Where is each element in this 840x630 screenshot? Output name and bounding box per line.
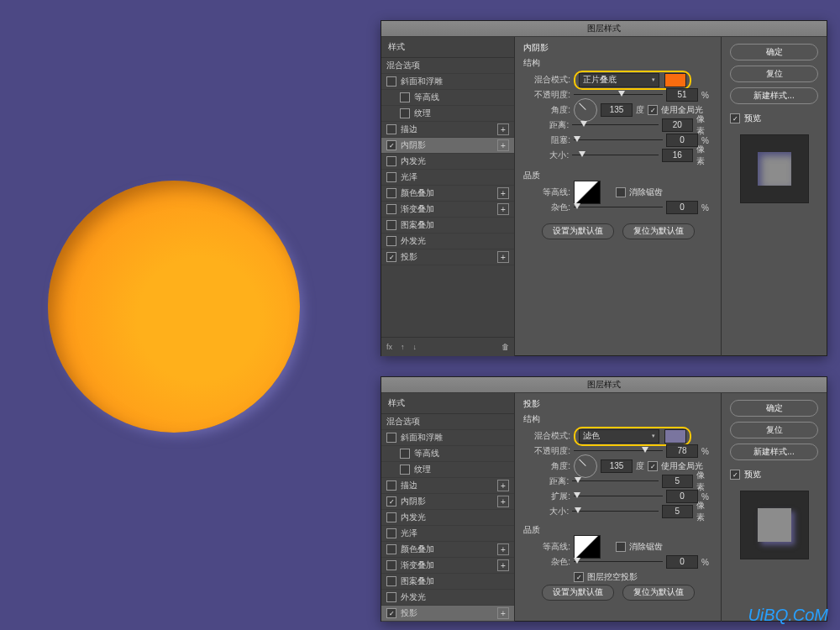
arrow-down-icon[interactable]: ↓ [413,343,417,351]
choke-slider[interactable] [574,136,663,144]
style-row-texture[interactable]: 纹理 [381,462,514,478]
add-icon[interactable]: + [497,251,509,263]
color-swatch[interactable] [664,73,686,87]
noise-slider[interactable] [574,558,663,566]
size-value[interactable]: 5 [662,505,693,518]
distance-slider[interactable] [572,477,659,486]
angle-value[interactable]: 135 [601,103,633,117]
contour-picker[interactable] [574,181,601,204]
set-default-button[interactable]: 设置为默认值 [542,585,614,601]
chevron-down-icon: ▾ [652,74,655,86]
blending-options-row[interactable]: 混合选项 [381,58,514,74]
ok-button[interactable]: 确定 [730,400,818,417]
preview-checkbox[interactable]: ✓ [730,113,740,123]
noise-value[interactable]: 0 [666,201,698,214]
cancel-button[interactable]: 复位 [730,422,818,438]
trash-icon[interactable]: 🗑 [501,343,509,351]
opacity-value[interactable]: 51 [666,88,698,102]
style-row-bevel[interactable]: 斜面和浮雕 [381,430,514,446]
style-row-drop-shadow[interactable]: ✓投影+ [381,249,514,265]
add-icon[interactable]: + [497,543,509,555]
style-row-outer-glow[interactable]: 外发光 [381,234,514,249]
noise-value[interactable]: 0 [666,555,698,569]
label-knockout: 图层挖空投影 [587,571,638,583]
style-row-stroke[interactable]: 描边+ [381,122,514,138]
new-style-button[interactable]: 新建样式... [730,87,818,104]
global-light-checkbox[interactable]: ✓ [648,461,658,471]
watermark: UiBQ.CoM [748,606,828,625]
reset-default-button[interactable]: 复位为默认值 [622,585,695,601]
style-row-satin[interactable]: 光泽 [381,170,514,186]
style-row-inner-glow[interactable]: 内发光 [381,510,514,526]
style-row-inner-shadow[interactable]: ✓内阴影+ [381,138,514,154]
antialias-checkbox[interactable] [616,542,626,552]
add-icon[interactable]: + [497,559,509,571]
preview-thumb [740,134,809,203]
add-icon[interactable]: + [497,480,509,491]
angle-value[interactable]: 135 [601,459,633,473]
styles-list: 样式 混合选项 斜面和浮雕 等高线 纹理 描边+ ✓内阴影+ 内发光 光泽 颜色… [381,37,515,356]
opacity-value[interactable]: 78 [666,444,698,458]
style-row-color-overlay[interactable]: 颜色叠加+ [381,186,514,202]
blend-mode-select[interactable]: 滤色▾ [579,429,659,444]
panel-title: 投影 [523,398,712,410]
style-row-outer-glow[interactable]: 外发光 [381,590,514,606]
add-icon[interactable]: + [497,123,509,135]
reset-default-button[interactable]: 复位为默认值 [622,223,695,239]
size-value[interactable]: 16 [662,149,693,162]
fx-menu[interactable]: fx [386,343,392,351]
distance-slider[interactable] [572,121,659,129]
new-style-button[interactable]: 新建样式... [730,444,818,460]
style-row-contour[interactable]: 等高线 [381,446,514,462]
style-row-bevel[interactable]: 斜面和浮雕 [381,74,514,90]
choke-value[interactable]: 0 [666,134,698,147]
style-row-satin[interactable]: 光泽 [381,526,514,542]
style-row-contour[interactable]: 等高线 [381,90,514,106]
angle-dial[interactable] [574,98,597,122]
spread-slider[interactable] [574,492,663,501]
blending-options-row[interactable]: 混合选项 [381,414,514,430]
distance-value[interactable]: 5 [662,475,693,488]
group-structure: 结构 [523,57,712,69]
label-noise: 杂色: [523,556,570,568]
style-row-inner-glow[interactable]: 内发光 [381,154,514,170]
style-row-gradient-overlay[interactable]: 渐变叠加+ [381,558,514,574]
style-row-inner-shadow[interactable]: ✓内阴影+ [381,494,514,510]
knockout-checkbox[interactable]: ✓ [574,572,584,582]
styles-list: 样式 混合选项 斜面和浮雕 等高线 纹理 描边+ ✓内阴影+ 内发光 光泽 颜色… [381,393,515,622]
antialias-checkbox[interactable] [616,187,626,197]
noise-slider[interactable] [574,203,663,212]
size-slider[interactable] [572,507,659,516]
preview-checkbox[interactable]: ✓ [730,470,740,480]
dialog-title[interactable]: 图层样式 [381,21,827,37]
style-row-drop-shadow[interactable]: ✓投影+ [381,606,514,622]
arrow-up-icon[interactable]: ↑ [401,343,405,351]
label-preview: 预览 [744,469,761,480]
blend-mode-select[interactable]: 正片叠底▾ [579,73,659,87]
contour-picker[interactable] [574,535,601,559]
style-row-pattern-overlay[interactable]: 图案叠加 [381,574,514,590]
add-icon[interactable]: + [497,607,509,619]
angle-dial[interactable] [574,454,597,478]
size-slider[interactable] [572,151,659,160]
global-light-checkbox[interactable]: ✓ [648,105,658,115]
style-row-stroke[interactable]: 描边+ [381,478,514,494]
distance-value[interactable]: 20 [662,118,693,132]
spread-value[interactable]: 0 [666,490,698,503]
label-blend-mode: 混合模式: [523,430,570,442]
cancel-button[interactable]: 复位 [730,66,818,82]
label-size: 大小: [523,506,569,517]
style-row-color-overlay[interactable]: 颜色叠加+ [381,542,514,558]
group-quality: 品质 [523,524,712,536]
add-icon[interactable]: + [497,187,509,199]
style-row-pattern-overlay[interactable]: 图案叠加 [381,218,514,234]
style-row-texture[interactable]: 纹理 [381,106,514,122]
set-default-button[interactable]: 设置为默认值 [542,223,614,239]
ok-button[interactable]: 确定 [730,44,818,60]
add-icon[interactable]: + [497,496,509,507]
dialog-title[interactable]: 图层样式 [381,377,827,393]
add-icon[interactable]: + [497,203,509,215]
color-swatch[interactable] [664,429,686,444]
add-icon[interactable]: + [497,139,509,151]
style-row-gradient-overlay[interactable]: 渐变叠加+ [381,202,514,218]
